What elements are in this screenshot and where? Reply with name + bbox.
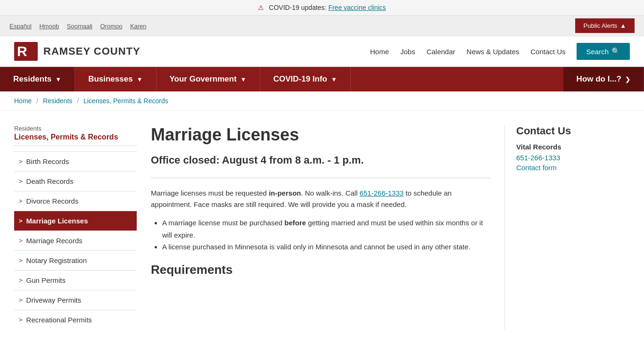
chevron-icon: > [19, 237, 23, 244]
nav-businesses[interactable]: Businesses ▼ [75, 67, 156, 91]
logo-text: RAMSEY COUNTY [43, 45, 140, 58]
bullet-list: A marriage license must be purchased bef… [162, 217, 490, 253]
lang-espanol[interactable]: Español [9, 23, 32, 30]
svg-text:R: R [17, 43, 27, 59]
public-alerts-button[interactable]: Public Alerts ▲ [575, 18, 635, 33]
sidebar: Residents Licenses, Permits & Records > … [14, 125, 137, 329]
public-alerts-chevron: ▲ [620, 22, 626, 29]
sidebar-section-title: Licenses, Permits & Records [14, 133, 137, 146]
alert-icon: ⚠ [258, 4, 264, 11]
lang-hmoob[interactable]: Hmoob [39, 23, 59, 30]
contact-form-link[interactable]: Contact form [516, 164, 599, 172]
sidebar-item-death-records[interactable]: > Death Records [14, 171, 137, 191]
chevron-icon: > [19, 257, 23, 264]
lang-karen[interactable]: Karen [130, 23, 147, 30]
nav-news-updates[interactable]: News & Updates [467, 48, 520, 56]
sidebar-label-divorce-records: Divorce Records [26, 197, 79, 205]
content-divider [151, 178, 490, 178]
sidebar-item-gun-permits[interactable]: > Gun Permits [14, 270, 137, 290]
public-alerts-label: Public Alerts [584, 22, 618, 29]
notice-box: Office closed: August 4 from 8 a.m. - 1 … [151, 154, 490, 166]
contact-subtitle: Vital Records [516, 143, 599, 151]
breadcrumb-home[interactable]: Home [14, 97, 32, 105]
breadcrumb-licenses[interactable]: Licenses, Permits & Records [83, 97, 168, 105]
breadcrumb-sep1: / [36, 97, 38, 105]
sidebar-item-marriage-licenses[interactable]: > Marriage Licenses [14, 211, 137, 230]
nav-covid19[interactable]: COVID-19 Info ▼ [260, 67, 351, 91]
sidebar-item-marriage-records[interactable]: > Marriage Records [14, 230, 137, 250]
sidebar-label-marriage-licenses: Marriage Licenses [26, 217, 88, 225]
nav-calendar[interactable]: Calendar [427, 48, 455, 56]
sidebar-item-divorce-records[interactable]: > Divorce Records [14, 191, 137, 211]
right-sidebar: Contact Us Vital Records 651-266-1333 Co… [504, 125, 599, 329]
lang-bar: Español Hmoob Soomaali Oromoo Karen Publ… [0, 16, 644, 36]
search-button[interactable]: Search 🔍 [577, 43, 630, 60]
chevron-icon: > [19, 277, 23, 284]
nav-residents-label: Residents [13, 74, 51, 84]
sidebar-label-death-records: Death Records [26, 177, 74, 185]
page-content: Residents Licenses, Permits & Records > … [0, 111, 613, 344]
sidebar-label-notary-registration: Notary Registration [26, 256, 87, 264]
bullet-item-1: A marriage license must be purchased bef… [162, 217, 490, 241]
nav-your-government-chevron: ▼ [240, 76, 247, 83]
sidebar-item-notary-registration[interactable]: > Notary Registration [14, 250, 137, 270]
breadcrumb-sep2: / [77, 97, 79, 105]
alert-text: COVID-19 updates: [269, 4, 328, 11]
main-content: Marriage Licenses Office closed: August … [151, 125, 490, 329]
requirements-title: Requirements [151, 263, 490, 277]
nav-jobs[interactable]: Jobs [400, 48, 415, 56]
page-title: Marriage Licenses [151, 125, 490, 145]
search-label: Search [586, 48, 609, 56]
chevron-icon: > [19, 296, 23, 304]
breadcrumb: Home / Residents / Licenses, Permits & R… [0, 91, 644, 111]
lang-soomaali[interactable]: Soomaali [67, 23, 92, 30]
nav-home[interactable]: Home [370, 48, 389, 56]
nav-residents-chevron: ▼ [55, 76, 61, 83]
sidebar-item-recreational-permits[interactable]: > Recreational Permits [14, 310, 137, 329]
nav-how-do-i[interactable]: How do I...? ❯ [563, 67, 644, 91]
nav-how-do-i-label: How do I...? [577, 74, 621, 84]
nav-businesses-label: Businesses [88, 74, 133, 84]
search-icon: 🔍 [611, 47, 620, 56]
sidebar-item-birth-records[interactable]: > Birth Records [14, 151, 137, 171]
nav-covid19-label: COVID-19 Info [273, 74, 327, 84]
sidebar-item-driveway-permits[interactable]: > Driveway Permits [14, 290, 137, 310]
contact-phone[interactable]: 651-266-1333 [516, 154, 599, 162]
chevron-icon: > [19, 197, 23, 205]
sidebar-label-marriage-records: Marriage Records [26, 237, 83, 245]
nav-how-do-i-arrow: ❯ [625, 76, 630, 83]
bullet-item-2: A license purchased in Minnesota is vali… [162, 241, 490, 253]
sidebar-label-gun-permits: Gun Permits [26, 276, 66, 284]
nav-contact-us[interactable]: Contact Us [530, 48, 565, 56]
nav-residents[interactable]: Residents ▼ [0, 67, 75, 91]
logo-area: R RAMSEY COUNTY [14, 42, 140, 61]
nav-businesses-chevron: ▼ [137, 76, 143, 83]
sidebar-label-birth-records: Birth Records [26, 157, 69, 165]
main-header: R RAMSEY COUNTY Home Jobs Calendar News … [0, 36, 644, 67]
chevron-icon: > [19, 316, 23, 323]
contact-us-title: Contact Us [516, 125, 599, 137]
sidebar-label-driveway-permits: Driveway Permits [26, 296, 82, 304]
sidebar-label-recreational-permits: Recreational Permits [26, 316, 92, 324]
chevron-icon: > [19, 217, 23, 224]
notice-text: Office closed: August 4 from 8 a.m. - 1 … [151, 154, 490, 166]
sidebar-nav: > Birth Records > Death Records > Divorc… [14, 151, 137, 329]
chevron-icon: > [19, 178, 23, 185]
header-nav: Home Jobs Calendar News & Updates Contac… [370, 43, 630, 60]
lang-oromoo[interactable]: Oromoo [100, 23, 122, 30]
alert-link[interactable]: Free vaccine clinics [328, 4, 386, 11]
alert-bar: ⚠ COVID-19 updates: Free vaccine clinics [0, 0, 644, 16]
breadcrumb-residents[interactable]: Residents [43, 97, 72, 105]
ramsey-county-logo-icon: R [14, 42, 38, 61]
nav-covid19-chevron: ▼ [331, 76, 337, 83]
nav-your-government[interactable]: Your Government ▼ [157, 67, 260, 91]
nav-your-government-label: Your Government [170, 74, 237, 84]
language-links: Español Hmoob Soomaali Oromoo Karen [9, 22, 152, 30]
body-paragraph: Marriage licenses must be requested in-p… [151, 188, 490, 210]
chevron-icon: > [19, 158, 23, 165]
phone-link[interactable]: 651-266-1333 [360, 189, 404, 197]
primary-nav: Residents ▼ Businesses ▼ Your Government… [0, 67, 644, 91]
sidebar-section-label: Residents [14, 125, 137, 132]
